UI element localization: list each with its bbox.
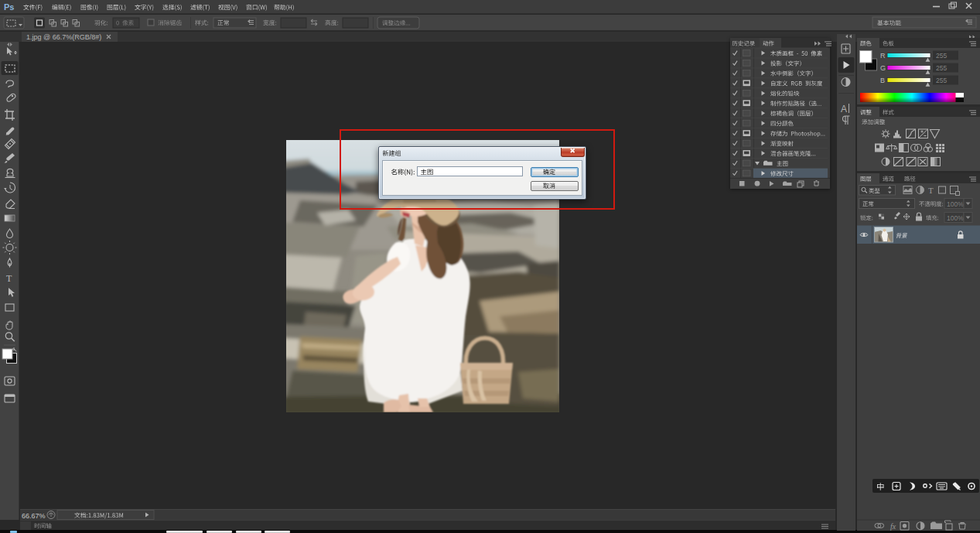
svg-text:T: T xyxy=(6,273,12,284)
svg-text:T: T xyxy=(928,186,934,195)
svg-text:G: G xyxy=(880,64,886,72)
svg-text:A: A xyxy=(841,104,847,114)
svg-text:1.jpg @ 66.7%(RGB/8#): 1.jpg @ 66.7%(RGB/8#) xyxy=(26,33,101,41)
svg-text:66.67%: 66.67% xyxy=(22,512,46,520)
svg-text:fx: fx xyxy=(890,522,896,531)
svg-text:R: R xyxy=(880,52,886,60)
svg-text:Ps: Ps xyxy=(4,2,14,12)
svg-text:B: B xyxy=(880,77,885,84)
svg-text:100%: 100% xyxy=(947,200,964,208)
svg-text:100%: 100% xyxy=(947,214,964,222)
svg-text:255: 255 xyxy=(936,64,947,72)
svg-text:255: 255 xyxy=(936,52,947,60)
svg-text:255: 255 xyxy=(936,77,947,84)
